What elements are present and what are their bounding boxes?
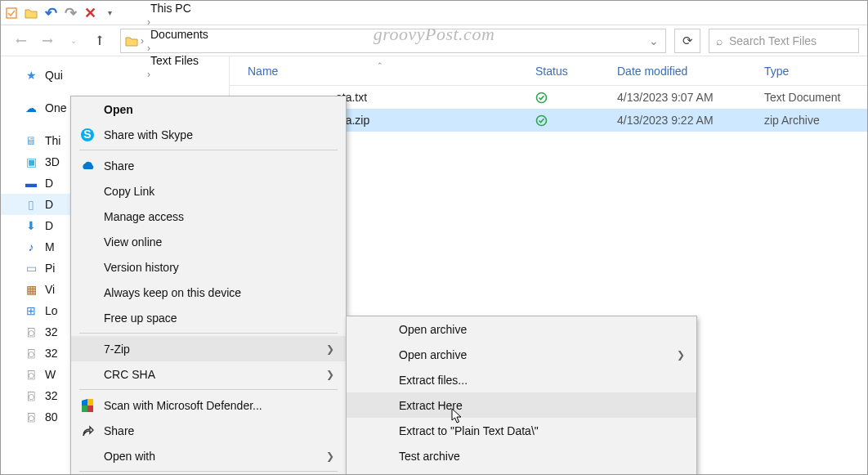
menu-item-label: Open archive (399, 348, 467, 361)
sidebar-item-label: 32 (45, 325, 58, 338)
menu-item-label: Share with Skype (104, 128, 193, 141)
svg-rect-0 (7, 8, 16, 18)
folder-icon (124, 34, 139, 48)
breadcrumb-segment[interactable]: This PC (145, 2, 213, 15)
blank-icon (79, 234, 96, 250)
menu-item[interactable]: CRC SHA❯ (71, 361, 346, 387)
address-dropdown-icon[interactable]: ⌄ (647, 34, 662, 47)
customize-dropdown-icon[interactable]: ▾ (102, 6, 117, 20)
blank-icon (374, 397, 391, 414)
menu-separator (79, 389, 338, 390)
menu-item-label: 7-Zip (104, 343, 130, 356)
sidebar-item-label: 32 (45, 389, 58, 402)
cell-status (524, 92, 606, 104)
context-menu-primary: OpenSShare with SkypeShareCopy LinkManag… (70, 96, 347, 475)
menu-item-label: Version history (104, 261, 179, 274)
status-ok-icon (535, 114, 594, 127)
context-menu-7zip: Open archiveOpen archive❯Extract files..… (346, 316, 697, 475)
chevron-right-icon[interactable]: › (145, 43, 152, 54)
menu-item-label: Extract to "Plain Text Data\" (399, 424, 539, 437)
menu-item[interactable]: Test archive (347, 443, 696, 468)
menu-item[interactable]: Free up space (71, 305, 346, 330)
sidebar-item-label: 80 (45, 410, 58, 423)
sidebar-item-icon: ▭ (24, 261, 38, 276)
column-status[interactable]: Status (524, 65, 606, 78)
share-icon (79, 423, 96, 439)
check-icon[interactable] (4, 6, 19, 20)
cell-type: Text Document (753, 91, 867, 104)
breadcrumb-segment[interactable]: Documents (145, 28, 213, 41)
refresh-button[interactable]: ⟳ (674, 29, 700, 53)
column-date[interactable]: Date modified (606, 65, 753, 78)
menu-item[interactable]: 7-Zip❯ (71, 336, 346, 361)
address-bar[interactable]: › This PC›Documents›Text Files› ⌄ (120, 29, 666, 53)
sidebar-item-icon: ⌼ (24, 346, 38, 361)
menu-item-label: Scan with Microsoft Defender... (104, 399, 262, 412)
svg-rect-6 (82, 406, 87, 412)
cell-date: 4/13/2023 9:07 AM (606, 91, 753, 104)
menu-item[interactable]: Open archive (347, 316, 696, 342)
menu-separator (79, 150, 338, 150)
sidebar-item-label: M (45, 240, 55, 253)
menu-item[interactable]: Share (71, 418, 346, 443)
sidebar-item-label: D (45, 198, 53, 211)
back-button[interactable]: 🠔 (9, 29, 34, 52)
menu-item-label: Open (104, 103, 133, 116)
search-input[interactable]: ⌕ Search Text Files (709, 29, 859, 53)
sidebar-item-icon: ⌼ (24, 410, 38, 424)
blank-icon (374, 372, 391, 388)
menu-item[interactable]: View online (71, 229, 346, 254)
sidebar-item-icon: ⬇ (24, 218, 38, 233)
menu-item[interactable]: Always keep on this device (71, 280, 346, 305)
menu-item[interactable]: Add to archive... (347, 468, 696, 475)
menu-item[interactable]: Extract to "Plain Text Data\" (347, 418, 696, 443)
menu-item[interactable]: Manage access (71, 204, 346, 229)
undo-icon[interactable]: ↶ (43, 6, 58, 20)
sidebar-item-icon: ▬ (24, 176, 38, 190)
menu-item[interactable]: Extract Here (347, 392, 696, 418)
breadcrumb: This PC›Documents›Text Files› (145, 2, 213, 80)
menu-item[interactable]: SShare with Skype (71, 122, 346, 147)
cell-type: zip Archive (753, 114, 867, 127)
menu-item[interactable]: Scan with Microsoft Defender... (71, 392, 346, 418)
menu-item[interactable]: Open (71, 96, 346, 122)
menu-item[interactable]: Share (71, 153, 346, 178)
blank-icon (374, 321, 391, 338)
blank-icon (79, 101, 96, 118)
chevron-right-icon[interactable]: › (145, 69, 152, 80)
breadcrumb-segment[interactable]: Text Files (145, 54, 213, 67)
sidebar-item-icon: ⌼ (24, 388, 38, 403)
folder-icon[interactable] (24, 6, 38, 20)
blank-icon (374, 448, 391, 464)
chevron-right-icon[interactable]: › (139, 35, 145, 47)
svg-rect-5 (87, 399, 93, 406)
menu-item[interactable]: Extract files... (347, 367, 696, 392)
column-type[interactable]: Type (753, 65, 867, 78)
chevron-right-icon[interactable]: › (145, 16, 152, 28)
history-dropdown[interactable]: ⌄ (61, 29, 86, 52)
menu-item[interactable]: Version history (71, 254, 346, 280)
menu-item-label: View online (104, 235, 162, 249)
column-name[interactable]: Name⌃ (230, 65, 524, 78)
up-button[interactable]: 🠕 (87, 29, 112, 52)
menu-item-label: Test archive (399, 450, 460, 463)
sidebar-item-label: One (45, 101, 66, 114)
quick-access-toolbar: ↶ ↷ ✕ ▾ (1, 1, 867, 25)
delete-icon[interactable]: ✕ (83, 6, 97, 20)
menu-item-label: Free up space (104, 311, 177, 325)
menu-item[interactable]: Open with❯ (71, 443, 346, 468)
blank-icon (374, 423, 391, 439)
blank-icon (374, 347, 391, 363)
blank-icon (79, 448, 96, 464)
menu-separator (79, 471, 338, 472)
redo-icon[interactable]: ↷ (63, 6, 78, 20)
blank-icon (79, 285, 96, 301)
submenu-arrow-icon: ❯ (326, 450, 334, 462)
blank-icon (79, 208, 96, 225)
forward-button[interactable]: 🠖 (35, 29, 60, 52)
sidebar-item-label: D (45, 219, 53, 232)
submenu-arrow-icon: ❯ (677, 349, 685, 361)
menu-item[interactable]: Copy Link (71, 178, 346, 204)
menu-item-label: Extract files... (399, 374, 468, 387)
menu-item[interactable]: Open archive❯ (347, 342, 696, 367)
